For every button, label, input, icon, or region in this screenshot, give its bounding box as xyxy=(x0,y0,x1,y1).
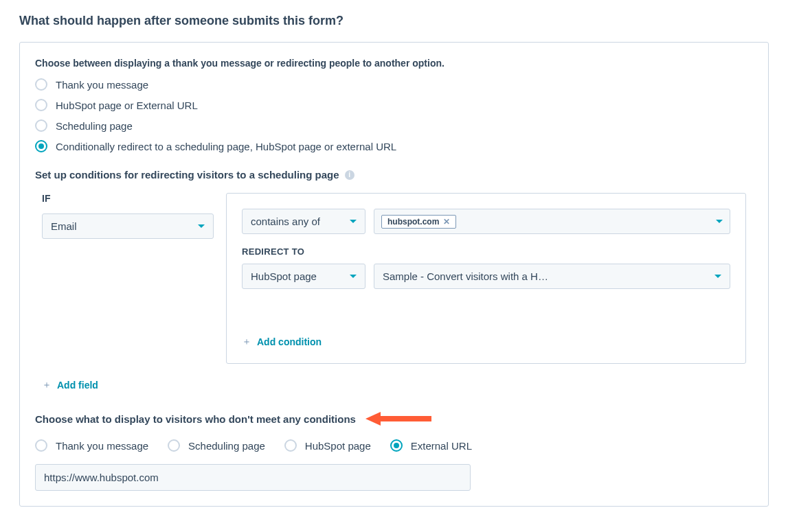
redirect-to-label: REDIRECT TO xyxy=(242,246,730,257)
add-field-button[interactable]: ＋ Add field xyxy=(42,379,98,391)
fallback-scheduling[interactable]: Scheduling page xyxy=(168,439,265,452)
setup-header-text: Set up conditions for redirecting visito… xyxy=(35,169,339,181)
tag: hubspot.com ✕ xyxy=(381,215,456,229)
radio-icon xyxy=(168,439,180,452)
radio-label: HubSpot page xyxy=(305,440,371,452)
redirect-page-value: Sample - Convert visitors with a H… xyxy=(383,270,548,282)
conditions-panel: contains any of hubspot.com ✕ REDIRECT T… xyxy=(226,193,746,364)
operator-select[interactable]: contains any of xyxy=(242,209,365,234)
fallback-options: Thank you message Scheduling page HubSpo… xyxy=(35,439,753,452)
chevron-down-icon xyxy=(714,275,721,278)
radio-icon xyxy=(35,439,47,452)
redirect-row: HubSpot page Sample - Convert visitors w… xyxy=(242,264,730,289)
info-icon[interactable]: i xyxy=(345,170,354,180)
radio-label: External URL xyxy=(411,440,472,452)
chevron-down-icon xyxy=(350,220,357,223)
radio-icon xyxy=(284,439,297,452)
if-label: IF xyxy=(42,193,214,204)
radio-icon xyxy=(390,439,403,452)
radio-label: Conditionally redirect to a scheduling p… xyxy=(56,141,396,152)
add-field-row: ＋ Add field xyxy=(42,379,746,391)
chevron-down-icon xyxy=(198,224,205,228)
plus-icon: ＋ xyxy=(242,336,251,348)
field-select[interactable]: Email xyxy=(42,213,214,239)
fallback-external[interactable]: External URL xyxy=(390,439,472,452)
radio-icon xyxy=(35,119,47,132)
fallback-header-row: Choose what to display to visitors who d… xyxy=(35,410,753,427)
choose-label: Choose between displaying a thank you me… xyxy=(35,58,753,69)
fallback-thank-you[interactable]: Thank you message xyxy=(35,439,148,452)
redirect-type-value: HubSpot page xyxy=(251,270,317,282)
option-scheduling[interactable]: Scheduling page xyxy=(35,119,753,132)
post-submit-options: Thank you message HubSpot page or Extern… xyxy=(35,78,753,152)
option-hubspot-or-external[interactable]: HubSpot page or External URL xyxy=(35,99,753,111)
setup-conditions-header: Set up conditions for redirecting visito… xyxy=(35,169,753,181)
option-conditional[interactable]: Conditionally redirect to a scheduling p… xyxy=(35,140,753,152)
fallback-hubspot[interactable]: HubSpot page xyxy=(284,439,371,452)
radio-label: Scheduling page xyxy=(56,120,133,132)
fallback-header: Choose what to display to visitors who d… xyxy=(35,413,356,425)
redirect-type-select[interactable]: HubSpot page xyxy=(242,264,365,289)
field-select-value: Email xyxy=(51,220,77,232)
if-column: IF Email xyxy=(42,193,214,239)
page-title: What should happen after someone submits… xyxy=(19,14,769,28)
radio-icon xyxy=(35,78,47,91)
radio-label: Thank you message xyxy=(56,440,148,452)
settings-panel: Choose between displaying a thank you me… xyxy=(19,42,769,507)
redirect-page-select[interactable]: Sample - Convert visitors with a H… xyxy=(374,264,730,289)
radio-label: Scheduling page xyxy=(188,440,265,452)
external-url-input[interactable] xyxy=(35,464,471,491)
radio-label: Thank you message xyxy=(56,79,148,91)
add-field-label: Add field xyxy=(57,380,98,391)
chevron-down-icon xyxy=(350,275,357,278)
plus-icon: ＋ xyxy=(42,379,52,391)
svg-marker-1 xyxy=(365,412,381,426)
add-condition-button[interactable]: ＋ Add condition xyxy=(242,336,322,348)
chevron-down-icon xyxy=(716,220,723,223)
condition-row: IF Email contains any of hubspot.com ✕ xyxy=(35,193,753,364)
add-condition-label: Add condition xyxy=(257,336,322,347)
radio-label: HubSpot page or External URL xyxy=(56,100,198,111)
operator-row: contains any of hubspot.com ✕ xyxy=(242,209,730,234)
value-tag-select[interactable]: hubspot.com ✕ xyxy=(374,209,730,234)
radio-icon xyxy=(35,140,47,152)
radio-icon xyxy=(35,99,47,111)
operator-value: contains any of xyxy=(251,216,320,227)
option-thank-you[interactable]: Thank you message xyxy=(35,78,753,91)
callout-arrow-icon xyxy=(365,410,431,427)
tag-text: hubspot.com xyxy=(387,217,439,227)
tag-remove-icon[interactable]: ✕ xyxy=(443,217,450,227)
